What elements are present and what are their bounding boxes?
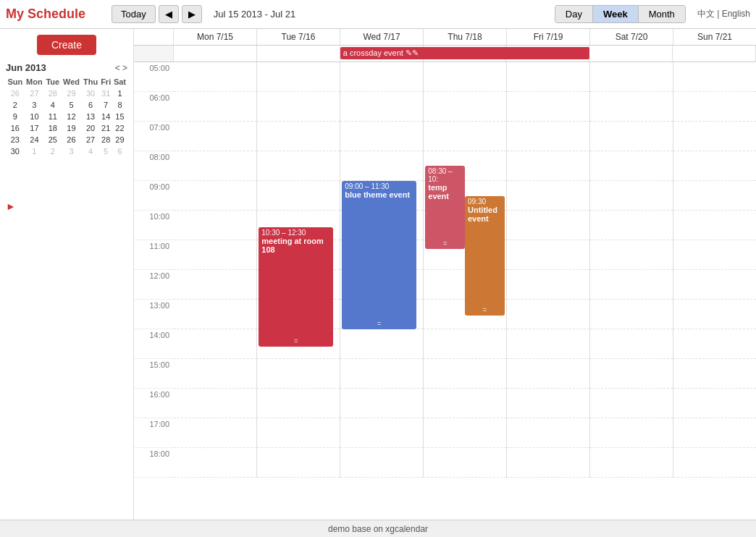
- create-button[interactable]: Create: [37, 35, 96, 55]
- prev-button[interactable]: ◀: [159, 5, 179, 23]
- hour-cell[interactable]: [424, 418, 506, 448]
- allday-cell-5[interactable]: [589, 46, 673, 62]
- day-header-thu[interactable]: Thu 7/18: [424, 29, 507, 45]
- mini-cal-day[interactable]: 6: [112, 145, 127, 157]
- next-button[interactable]: ▶: [182, 5, 202, 23]
- mini-cal-day[interactable]: 2: [6, 99, 25, 111]
- calendar-event[interactable]: 09:00 – 11:30blue theme event=: [342, 181, 416, 329]
- hour-cell[interactable]: [590, 181, 673, 211]
- hour-cell[interactable]: [340, 329, 423, 359]
- hour-cell[interactable]: [507, 270, 589, 300]
- hour-cell[interactable]: [257, 92, 340, 122]
- lang-en-link[interactable]: English: [722, 9, 750, 19]
- calendar-event[interactable]: 10:30 – 12:30meeting at room 108=: [259, 227, 333, 347]
- mini-cal-day[interactable]: 30: [82, 88, 100, 99]
- mini-cal-day[interactable]: 16: [6, 122, 25, 134]
- mini-cal-day[interactable]: 23: [6, 134, 25, 145]
- hour-cell[interactable]: [257, 418, 340, 448]
- mini-cal-day[interactable]: 30: [6, 145, 25, 157]
- hour-cell[interactable]: [590, 122, 673, 151]
- hour-cell[interactable]: [507, 329, 589, 359]
- hour-cell[interactable]: [507, 300, 589, 329]
- event-expand-icon[interactable]: =: [294, 337, 298, 345]
- view-week-button[interactable]: Week: [593, 6, 639, 22]
- mini-cal-day[interactable]: 8: [112, 99, 127, 111]
- hour-cell[interactable]: [340, 92, 423, 122]
- hour-cell[interactable]: [174, 359, 256, 389]
- hour-cell[interactable]: [590, 211, 673, 240]
- mini-cal-day[interactable]: 28: [44, 88, 61, 99]
- mini-cal-day[interactable]: 9: [6, 111, 25, 122]
- hour-cell[interactable]: [673, 181, 756, 211]
- day-header-tue[interactable]: Tue 7/16: [257, 29, 340, 45]
- hour-cell[interactable]: [590, 448, 673, 478]
- mini-cal-day[interactable]: 12: [61, 111, 81, 122]
- hour-cell[interactable]: [424, 389, 506, 418]
- mini-cal-day[interactable]: 14: [99, 111, 112, 122]
- hour-cell[interactable]: [673, 151, 756, 181]
- hour-cell[interactable]: [507, 181, 589, 211]
- hour-cell[interactable]: [507, 122, 589, 151]
- hour-cell[interactable]: [590, 359, 673, 389]
- hour-cell[interactable]: [174, 62, 256, 92]
- mini-cal-day[interactable]: 11: [44, 111, 61, 122]
- hour-cell[interactable]: [257, 62, 340, 92]
- hour-cell[interactable]: [590, 270, 673, 300]
- mini-cal-day[interactable]: 29: [61, 88, 81, 99]
- hour-cell[interactable]: [507, 92, 589, 122]
- hour-cell[interactable]: [174, 151, 256, 181]
- hour-cell[interactable]: [174, 240, 256, 270]
- hour-cell[interactable]: [257, 151, 340, 181]
- mini-cal-day[interactable]: 1: [112, 88, 127, 99]
- hour-cell[interactable]: [174, 300, 256, 329]
- event-expand-icon[interactable]: =: [482, 306, 487, 314]
- hour-cell[interactable]: [590, 329, 673, 359]
- mini-cal-day[interactable]: 28: [99, 134, 112, 145]
- hour-cell[interactable]: [340, 359, 423, 389]
- mini-cal-day[interactable]: 7: [99, 99, 112, 111]
- view-day-button[interactable]: Day: [555, 6, 593, 22]
- hour-cell[interactable]: [673, 389, 756, 418]
- event-expand-icon[interactable]: =: [443, 240, 448, 248]
- hour-cell[interactable]: [424, 92, 506, 122]
- mini-cal-day[interactable]: 13: [82, 111, 100, 122]
- mini-cal-day[interactable]: 3: [61, 145, 81, 157]
- hour-cell[interactable]: [174, 122, 256, 151]
- allday-cell-6[interactable]: [673, 46, 756, 62]
- day-header-mon[interactable]: Mon 7/15: [174, 29, 257, 45]
- mini-cal-day[interactable]: 18: [44, 122, 61, 134]
- time-grid-container[interactable]: 05:0006:0007:0008:0009:0010:0011:0012:00…: [134, 62, 756, 520]
- mini-cal-day[interactable]: 24: [25, 134, 45, 145]
- hour-cell[interactable]: [507, 240, 589, 270]
- hour-cell[interactable]: [673, 62, 756, 92]
- hour-cell[interactable]: [340, 62, 423, 92]
- day-header-wed[interactable]: Wed 7/17: [340, 29, 424, 45]
- event-expand-icon[interactable]: =: [377, 320, 382, 328]
- mini-cal-day[interactable]: 5: [99, 145, 112, 157]
- hour-cell[interactable]: [174, 92, 256, 122]
- hour-cell[interactable]: [257, 122, 340, 151]
- hour-cell[interactable]: [174, 448, 256, 478]
- mini-cal-next[interactable]: >: [122, 63, 127, 73]
- hour-cell[interactable]: [174, 389, 256, 418]
- hour-cell[interactable]: [257, 359, 340, 389]
- calendar-event[interactable]: 08:30 – 10:temp event=: [425, 166, 465, 249]
- mini-cal-day[interactable]: 25: [44, 134, 61, 145]
- day-header-sat[interactable]: Sat 7/20: [590, 29, 673, 45]
- mini-cal-day[interactable]: 4: [82, 145, 100, 157]
- hour-cell[interactable]: [673, 240, 756, 270]
- lang-zh-link[interactable]: 中文: [697, 9, 715, 19]
- day-col-0[interactable]: [174, 62, 257, 478]
- hour-cell[interactable]: [507, 359, 589, 389]
- mini-cal-day[interactable]: 22: [112, 122, 127, 134]
- mini-cal-day[interactable]: 2: [44, 145, 61, 157]
- hour-cell[interactable]: [174, 211, 256, 240]
- hour-cell[interactable]: [507, 418, 589, 448]
- hour-cell[interactable]: [340, 151, 423, 181]
- hour-cell[interactable]: [673, 92, 756, 122]
- mini-cal-day[interactable]: 29: [112, 134, 127, 145]
- mini-cal-day[interactable]: 5: [61, 99, 81, 111]
- day-col-4[interactable]: [507, 62, 590, 478]
- hour-cell[interactable]: [257, 181, 340, 211]
- hour-cell[interactable]: [507, 211, 589, 240]
